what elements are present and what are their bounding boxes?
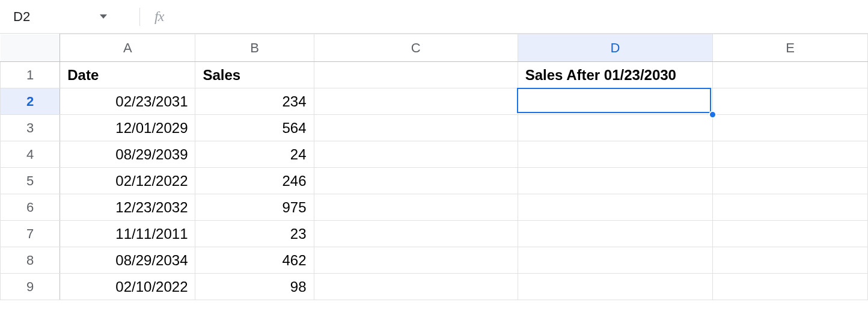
divider	[139, 8, 140, 26]
row-header-9[interactable]: 9	[1, 274, 60, 300]
cell-C6[interactable]	[314, 194, 518, 221]
cell-D1[interactable]: Sales After 01/23/2030	[518, 62, 712, 88]
row-header-4[interactable]: 4	[1, 141, 60, 168]
row-header-1[interactable]: 1	[1, 62, 60, 88]
cell-D2[interactable]	[518, 88, 712, 115]
cell-D6[interactable]	[518, 194, 712, 221]
col-header-D[interactable]: D	[518, 34, 712, 62]
row-header-5[interactable]: 5	[1, 168, 60, 194]
row-header-3[interactable]: 3	[1, 115, 60, 141]
select-all-corner[interactable]	[1, 34, 60, 62]
cell-E3[interactable]	[713, 115, 868, 141]
col-header-E[interactable]: E	[713, 34, 868, 62]
cell-A3[interactable]: 12/01/2029	[60, 115, 195, 141]
cell-E6[interactable]	[713, 194, 868, 221]
cell-C7[interactable]	[314, 221, 518, 247]
col-header-B[interactable]: B	[195, 34, 314, 62]
cell-A7[interactable]: 11/11/2011	[60, 221, 195, 247]
cell-D7[interactable]	[518, 221, 712, 247]
row-header-2[interactable]: 2	[1, 88, 60, 115]
cell-E1[interactable]	[713, 62, 868, 88]
col-header-A[interactable]: A	[60, 34, 195, 62]
cell-B6[interactable]: 975	[195, 194, 314, 221]
cell-B7[interactable]: 23	[195, 221, 314, 247]
formula-bar: D2 fx	[0, 0, 868, 34]
formula-input[interactable]	[164, 0, 868, 33]
cell-A5[interactable]: 02/12/2022	[60, 168, 195, 194]
cell-C1[interactable]	[314, 62, 518, 88]
cell-E9[interactable]	[713, 274, 868, 300]
row-header-8[interactable]: 8	[1, 247, 60, 274]
cell-C4[interactable]	[314, 141, 518, 168]
cell-B4[interactable]: 24	[195, 141, 314, 168]
cell-D4[interactable]	[518, 141, 712, 168]
fx-icon: fx	[154, 8, 164, 25]
name-box-wrap[interactable]: D2	[12, 7, 132, 27]
cell-B3[interactable]: 564	[195, 115, 314, 141]
cell-E8[interactable]	[713, 247, 868, 274]
cell-D5[interactable]	[518, 168, 712, 194]
cell-D3[interactable]	[518, 115, 712, 141]
cell-C2[interactable]	[314, 88, 518, 115]
name-box[interactable]: D2	[12, 7, 96, 27]
cell-A2[interactable]: 02/23/2031	[60, 88, 195, 115]
cell-E4[interactable]	[713, 141, 868, 168]
col-header-C[interactable]: C	[314, 34, 518, 62]
cell-E7[interactable]	[713, 221, 868, 247]
cell-B5[interactable]: 246	[195, 168, 314, 194]
cell-A1[interactable]: Date	[60, 62, 195, 88]
cell-C8[interactable]	[314, 247, 518, 274]
cell-C3[interactable]	[314, 115, 518, 141]
cell-B8[interactable]: 462	[195, 247, 314, 274]
cell-D9[interactable]	[518, 274, 712, 300]
cell-B9[interactable]: 98	[195, 274, 314, 300]
cell-B2[interactable]: 234	[195, 88, 314, 115]
cell-B1[interactable]: Sales	[195, 62, 314, 88]
row-header-6[interactable]: 6	[1, 194, 60, 221]
cell-E5[interactable]	[713, 168, 868, 194]
cell-A4[interactable]: 08/29/2039	[60, 141, 195, 168]
cell-C5[interactable]	[314, 168, 518, 194]
cell-E2[interactable]	[713, 88, 868, 115]
row-header-7[interactable]: 7	[1, 221, 60, 247]
cell-A8[interactable]: 08/29/2034	[60, 247, 195, 274]
cell-A9[interactable]: 02/10/2022	[60, 274, 195, 300]
cell-C9[interactable]	[314, 274, 518, 300]
cell-A6[interactable]: 12/23/2032	[60, 194, 195, 221]
cell-D8[interactable]	[518, 247, 712, 274]
chevron-down-icon[interactable]	[100, 14, 107, 19]
spreadsheet-grid[interactable]: A B C D E 1 Date Sales Sales After 01/23…	[0, 34, 868, 300]
